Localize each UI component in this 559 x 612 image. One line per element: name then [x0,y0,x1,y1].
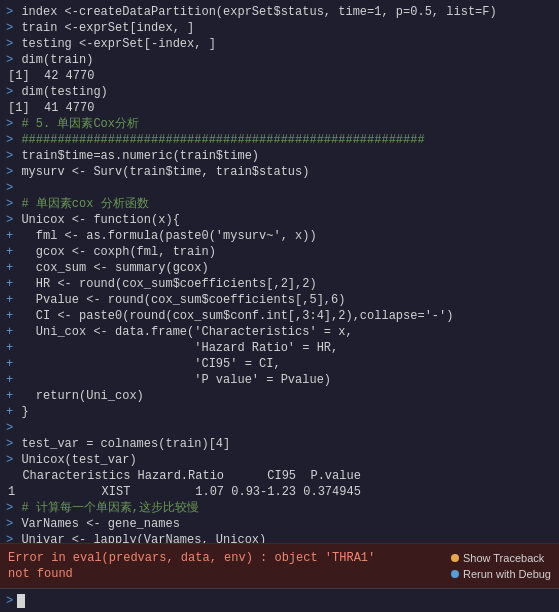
comment: # 单因素cox 分析函数 [14,196,148,212]
prompt: > [6,148,13,164]
line-10: > train$time=as.numeric(train$time) [6,148,553,164]
show-traceback-button[interactable]: Show Traceback [451,552,551,564]
code: Pvalue <- round(cox_sum$coefficients[,5]… [14,292,345,308]
console-container: > index <-createDataPartition(exprSet$st… [0,0,559,612]
line-6: > dim(testing) [6,84,553,100]
code: } [14,404,28,420]
plus: + [6,244,13,260]
line-3: > testing <-exprSet[-index, ] [6,36,553,52]
output: [1] 42 4770 [6,68,94,84]
plus: + [6,404,13,420]
prompt: > [6,516,13,532]
code: VarNames <- gene_names [14,516,180,532]
console-input-bar[interactable]: > [0,588,559,612]
code: CI <- paste0(round(cox_sum$conf.int[,3:4… [14,308,453,324]
plus: + [6,372,13,388]
code: train <-exprSet[index, ] [14,20,194,36]
code: return(Uni_cox) [14,388,144,404]
prompt: > [6,212,13,228]
plus: + [6,324,13,340]
line-12: > [6,180,553,196]
code: dim(train) [14,52,93,68]
prompt: > [6,452,13,468]
line-8: > # 5. 单因素Cox分析 [6,116,553,132]
line-13: > # 单因素cox 分析函数 [6,196,553,212]
code: train$time=as.numeric(train$time) [14,148,259,164]
line-27: > [6,420,553,436]
line-30: Characteristics Hazard.Ratio CI95 P.valu… [6,468,553,484]
prompt: > [6,196,13,212]
error-section: Error in eval(predvars, data, env) : obj… [0,543,559,588]
code: Univar <- lapply(VarNames, Unicox) [14,532,266,543]
plus: + [6,356,13,372]
code: index <-createDataPartition(exprSet$stat… [14,4,496,20]
code [14,420,21,436]
prompt: > [6,420,13,436]
code: gcox <- coxph(fml, train) [14,244,216,260]
line-14: > Unicox <- function(x){ [6,212,553,228]
prompt: > [6,132,13,148]
traceback-dot-icon [451,554,459,562]
code: Unicox(test_var) [14,452,136,468]
debug-label: Rerun with Debug [463,568,551,580]
code: Unicox <- function(x){ [14,212,180,228]
code: cox_sum <- summary(gcox) [14,260,208,276]
prompt: > [6,84,13,100]
plus: + [6,388,13,404]
prompt: > [6,4,13,20]
output: Characteristics Hazard.Ratio CI95 P.valu… [6,468,361,484]
prompt: > [6,20,13,36]
prompt: > [6,116,13,132]
prompt: > [6,436,13,452]
line-7: [1] 41 4770 [6,100,553,116]
prompt: > [6,180,13,196]
line-31: 1 XIST 1.07 0.93-1.23 0.374945 [6,484,553,500]
line-15: + fml <- as.formula(paste0('mysurv~', x)… [6,228,553,244]
line-26: + } [6,404,553,420]
error-text-line1: Error in eval(predvars, data, env) : obj… [8,551,375,565]
code: Uni_cox <- data.frame('Characteristics' … [14,324,352,340]
line-16: + gcox <- coxph(fml, train) [6,244,553,260]
prompt: > [6,164,13,180]
plus: + [6,340,13,356]
line-2: > train <-exprSet[index, ] [6,20,553,36]
line-9: > ######################################… [6,132,553,148]
plus: + [6,260,13,276]
prompt: > [6,500,13,516]
input-prompt: > [6,594,13,608]
line-22: + 'Hazard Ratio' = HR, [6,340,553,356]
rerun-debug-button[interactable]: Rerun with Debug [451,568,551,580]
plus: + [6,276,13,292]
line-28: > test_var = colnames(train)[4] [6,436,553,452]
code: 'CI95' = CI, [14,356,280,372]
code [14,180,21,196]
error-line: Error in eval(predvars, data, env) : obj… [8,550,551,582]
code: mysurv <- Surv(train$time, train$status) [14,164,309,180]
prompt: > [6,36,13,52]
line-17: + cox_sum <- summary(gcox) [6,260,553,276]
output: [1] 41 4770 [6,100,94,116]
line-23: + 'CI95' = CI, [6,356,553,372]
plus: + [6,308,13,324]
error-buttons: Show Traceback Rerun with Debug [451,552,551,580]
prompt: > [6,532,13,543]
code: test_var = colnames(train)[4] [14,436,230,452]
code: 'P value' = Pvalue) [14,372,331,388]
plus: + [6,292,13,308]
line-33: > VarNames <- gene_names [6,516,553,532]
code: testing <-exprSet[-index, ] [14,36,216,52]
error-text-line2: not found [8,567,73,581]
cursor [17,594,25,608]
hash: ########################################… [14,132,424,148]
line-34: > Univar <- lapply(VarNames, Unicox) [6,532,553,543]
output: 1 XIST 1.07 0.93-1.23 0.374945 [6,484,361,500]
prompt: > [6,52,13,68]
line-29: > Unicox(test_var) [6,452,553,468]
line-1: > index <-createDataPartition(exprSet$st… [6,4,553,20]
line-25: + return(Uni_cox) [6,388,553,404]
console-output: > index <-createDataPartition(exprSet$st… [0,0,559,543]
line-32: > # 计算每一个单因素,这步比较慢 [6,500,553,516]
line-24: + 'P value' = Pvalue) [6,372,553,388]
traceback-label: Show Traceback [463,552,544,564]
line-5: [1] 42 4770 [6,68,553,84]
